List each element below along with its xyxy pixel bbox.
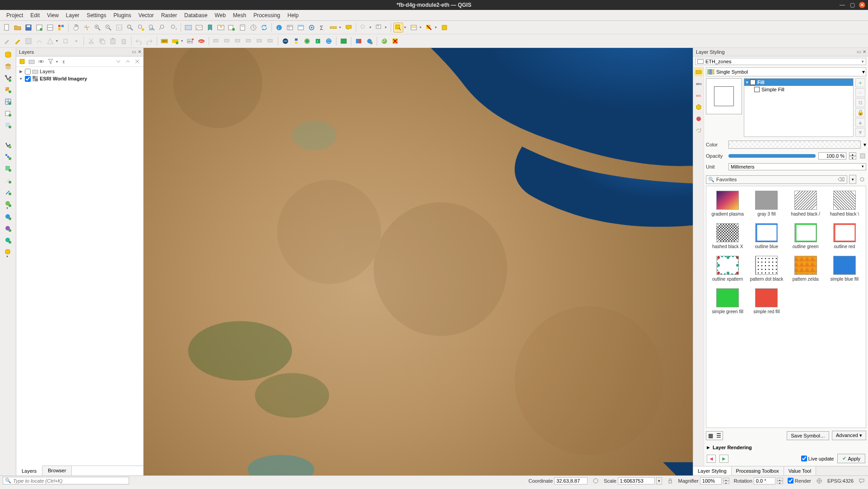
menu-settings[interactable]: Settings (83, 11, 110, 19)
style-manager-icon[interactable] (56, 23, 66, 33)
rotation-input[interactable] (754, 477, 775, 484)
grid-view-toggle[interactable]: ▦ (706, 432, 714, 440)
layer-remove-icon[interactable] (133, 57, 141, 66)
menu-raster[interactable]: Raster (158, 11, 181, 19)
diagram-dropdown[interactable]: ▾ (181, 39, 185, 43)
masks-tab-icon[interactable]: abc (694, 91, 703, 100)
new-map-view-icon[interactable] (183, 23, 193, 33)
label-props-icon[interactable] (255, 36, 265, 46)
new-geopackage-icon[interactable] (3, 61, 13, 71)
opacity-input[interactable] (818, 152, 846, 160)
new-3d-view-icon[interactable] (194, 23, 204, 33)
render-checkbox[interactable]: Render (788, 478, 811, 484)
undo-icon[interactable] (134, 36, 144, 46)
layer-select-combo[interactable]: ETH_zones ▾ (695, 58, 866, 65)
diagrams-tab-icon[interactable] (694, 114, 703, 123)
magnifier-input[interactable] (700, 477, 722, 484)
menu-web[interactable]: Web (211, 11, 229, 19)
stat-summary-icon[interactable]: Σ (317, 23, 327, 33)
mapswipe-config-icon[interactable] (364, 36, 374, 46)
label-toggle-icon[interactable] (266, 36, 275, 46)
osm-icon[interactable] (302, 36, 312, 46)
plugin-info-icon[interactable]: i (313, 36, 323, 46)
style-item[interactable]: pattern dot black (748, 256, 785, 282)
add-vector-icon[interactable] (3, 73, 13, 83)
undo-style-button[interactable]: ◄ (707, 455, 716, 463)
postgis-icon[interactable] (3, 235, 13, 245)
layer-style-icon[interactable] (18, 57, 26, 66)
label-toolbar-icon[interactable]: abc (159, 36, 169, 46)
tab-layers[interactable]: Layers (16, 465, 42, 475)
data-defined-icon[interactable] (859, 152, 866, 160)
value-tool-icon[interactable] (339, 36, 349, 46)
layer-expression-icon[interactable]: ε (61, 57, 69, 66)
style-manager-config-icon[interactable] (858, 175, 866, 183)
layers-tree[interactable]: ▶ Layers ▾ ESRI World Imagery (16, 67, 143, 465)
add-virtual-icon[interactable] (3, 120, 13, 130)
add-mesh-icon[interactable] (3, 97, 13, 107)
messages-icon[interactable] (858, 477, 865, 484)
menu-processing[interactable]: Processing (250, 11, 284, 19)
label-rotate-icon[interactable] (233, 36, 243, 46)
maptips-icon[interactable] (344, 23, 354, 33)
paste-icon[interactable] (108, 36, 118, 46)
style-item[interactable]: outline blue (748, 223, 785, 249)
save-edits-icon[interactable] (23, 36, 33, 46)
layer-checkbox[interactable] (25, 76, 31, 82)
clear-search-icon[interactable]: ⌫ (838, 177, 845, 183)
unit-combo[interactable]: Millimeters ▾ (728, 163, 866, 170)
spin-up[interactable]: ▴ (777, 478, 783, 481)
toggle-edit-icon[interactable] (13, 36, 23, 46)
live-update-checkbox[interactable]: Live update (801, 456, 834, 461)
select-value-dropdown[interactable]: ▾ (420, 25, 423, 29)
style-item[interactable]: simple blue fill (826, 256, 863, 282)
zoom-full-icon[interactable] (125, 23, 135, 33)
new-bookmark-icon[interactable] (205, 23, 215, 33)
layer-row-esri[interactable]: ▾ ESRI World Imagery (18, 75, 141, 82)
layer-collapse-icon[interactable] (124, 57, 132, 66)
spin-up[interactable]: ▴ (723, 478, 729, 481)
select-by-value-icon[interactable] (409, 23, 419, 33)
label-move-icon[interactable] (211, 36, 221, 46)
crs-icon[interactable] (816, 477, 823, 484)
crs-label[interactable]: EPSG:4326 (827, 478, 854, 484)
style-item[interactable]: hashed black X (709, 223, 746, 249)
temporal-controller-icon[interactable] (216, 23, 226, 33)
select-features-icon[interactable] (393, 23, 403, 33)
zoom-selection-icon[interactable] (136, 23, 146, 33)
simple-fill-row[interactable]: Simple Fill (744, 86, 853, 93)
expand-icon[interactable]: ▶ (18, 69, 23, 74)
opacity-slider[interactable] (728, 154, 816, 158)
3d-tab-icon[interactable] (694, 103, 703, 112)
pan-selection-icon[interactable] (82, 23, 92, 33)
mapswipe-icon[interactable] (354, 36, 364, 46)
apply-button[interactable]: ✔Apply (837, 454, 865, 463)
processing-toolbox-icon[interactable] (307, 23, 317, 33)
spin-down[interactable]: ▾ (777, 481, 783, 484)
close-button[interactable]: ✕ (859, 2, 865, 8)
annotation-text-icon[interactable] (359, 23, 369, 33)
wms-dropdown[interactable]: ▾ (6, 206, 10, 210)
xyz-icon[interactable] (3, 224, 13, 234)
redo-style-button[interactable]: ► (719, 455, 728, 463)
label-change-icon[interactable] (244, 36, 254, 46)
menu-plugins[interactable]: Plugins (110, 11, 135, 19)
symbol-layer-tree[interactable]: ▾ Fill Simple Fill (744, 78, 854, 137)
list-view-toggle[interactable]: ☰ (714, 432, 723, 440)
spin-down[interactable]: ▾ (723, 481, 729, 484)
add-delimited-icon[interactable]: , (3, 108, 13, 118)
add-raster-icon[interactable] (3, 85, 13, 95)
history-tab-icon[interactable] (694, 126, 703, 135)
panel-undock-icon[interactable]: ▭ (856, 49, 861, 54)
zoom-in-icon[interactable] (93, 23, 103, 33)
style-item[interactable]: hashed black \ (826, 191, 863, 217)
labels-tab-icon[interactable]: abc (694, 79, 703, 88)
style-item[interactable]: simple green fill (709, 288, 746, 315)
tab-value-tool[interactable]: Value Tool (784, 466, 816, 475)
layer-add-group-icon[interactable] (28, 57, 36, 66)
menu-view[interactable]: View (43, 11, 62, 19)
zoom-last-icon[interactable] (158, 23, 168, 33)
menu-edit[interactable]: Edit (27, 11, 43, 19)
style-item[interactable]: outline red (826, 223, 863, 249)
scale-dropdown-icon[interactable]: ▾ (656, 477, 662, 484)
